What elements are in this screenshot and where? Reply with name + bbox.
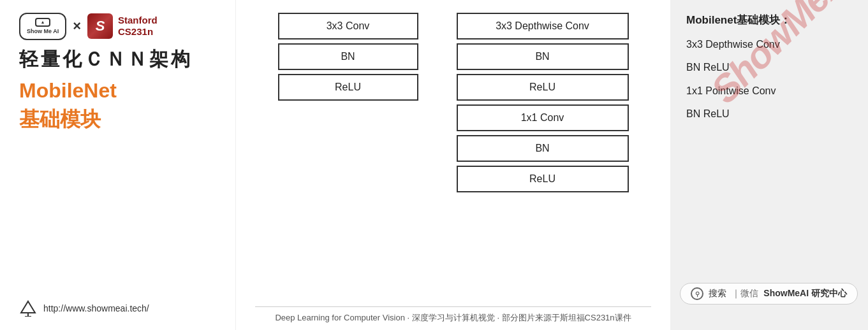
depthwise-conv-column: 3x3 Depthwise Conv BN ReLU 1x1 Conv BN R…: [457, 13, 629, 192]
right-panel: ShowMeAI Mobilenet基础模块： 3x3 Depthwise Co…: [670, 0, 868, 330]
mobilenet-item-2: BN ReLU: [686, 61, 852, 75]
mobilenet-item-1: 3x3 Depthwise Conv: [686, 38, 852, 52]
showmeai-label: Show Me AI: [27, 28, 59, 35]
conv-box-bn3: BN: [457, 135, 629, 162]
logo-row: Show Me AI × S Stanford CS231n: [19, 13, 216, 40]
conv-box-relu3: ReLU: [457, 166, 629, 192]
title-cnn: 轻量化ＣＮＮ架构: [19, 47, 216, 73]
standard-conv-column: 3x3 Conv BN ReLU: [278, 13, 418, 101]
stanford-s-icon: S: [87, 13, 113, 39]
conv-box-relu2: ReLU: [457, 74, 629, 101]
website-icon: [19, 299, 37, 317]
title-mobilenet: MobileNet: [19, 79, 216, 103]
left-panel: Show Me AI × S Stanford CS231n 轻量化ＣＮＮ架构 …: [0, 0, 236, 330]
mobilenet-item-3: 1x1 Pointwise Conv: [686, 84, 852, 98]
website-url[interactable]: http://www.showmeai.tech/: [43, 303, 149, 313]
stanford-logo: S Stanford CS231n: [87, 13, 158, 39]
wechat-bar: ⚲ 搜索 ｜微信 ShowMeAI 研究中心: [680, 283, 858, 305]
showmeai-logo: Show Me AI: [19, 13, 66, 40]
svg-marker-0: [21, 301, 35, 313]
conv-box-3x3conv: 3x3 Conv: [278, 13, 418, 39]
title-jichukuai: 基础模块: [19, 106, 216, 134]
stanford-text: Stanford CS231n: [118, 15, 158, 38]
stanford-name: Stanford: [118, 15, 158, 26]
wechat-separator: ｜微信: [732, 288, 758, 299]
conv-box-bn2: BN: [457, 43, 629, 70]
mobilenet-module-title: Mobilenet基础模块：: [686, 13, 852, 27]
search-icon: ⚲: [691, 287, 703, 300]
center-panel: 3x3 Conv BN ReLU 3x3 Depthwise Conv BN R…: [236, 0, 670, 330]
footer-bar: Deep Learning for Computer Vision · 深度学习…: [255, 306, 651, 324]
x-separator: ×: [73, 18, 81, 34]
website-row: http://www.showmeai.tech/: [19, 299, 216, 317]
conv-box-relu1: ReLU: [278, 74, 418, 101]
diagram-area: 3x3 Conv BN ReLU 3x3 Depthwise Conv BN R…: [278, 13, 629, 192]
conv-box-bn1: BN: [278, 43, 418, 70]
conv-box-1x1conv: 1x1 Conv: [457, 104, 629, 131]
wechat-account-name: ShowMeAI 研究中心: [763, 288, 847, 299]
stanford-course: CS231n: [118, 26, 158, 38]
showmeai-icon: [35, 18, 50, 27]
wechat-search-label: 搜索: [709, 288, 726, 299]
mobilenet-item-4: BN ReLU: [686, 107, 852, 121]
conv-box-3x3depthwise: 3x3 Depthwise Conv: [457, 13, 629, 39]
